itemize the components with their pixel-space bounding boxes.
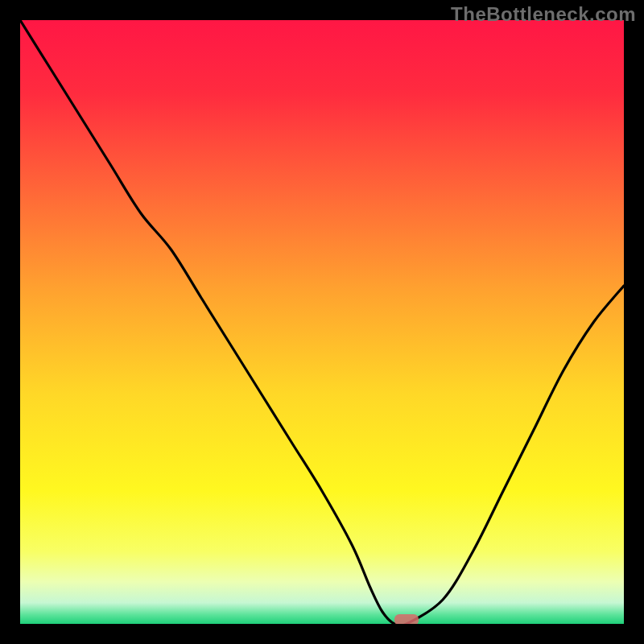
gradient-background <box>20 20 624 624</box>
chart-svg <box>20 20 624 624</box>
watermark-text: TheBottleneck.com <box>451 3 636 26</box>
plot-area <box>20 20 624 624</box>
optimal-marker <box>394 614 419 624</box>
chart-container: TheBottleneck.com <box>0 0 644 644</box>
